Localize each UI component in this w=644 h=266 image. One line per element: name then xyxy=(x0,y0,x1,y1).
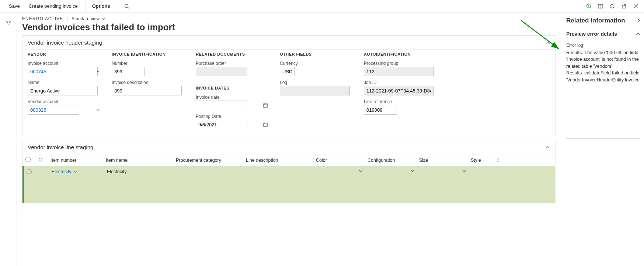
panel-icon xyxy=(598,3,603,9)
group-vendor: VENDOR xyxy=(28,52,101,56)
invoice-desc-field[interactable] xyxy=(112,86,182,95)
label-invoice-date: Invoice date xyxy=(196,95,269,100)
options-label: Options xyxy=(92,3,110,9)
line-grid: Item number Item name Procurement catego… xyxy=(22,154,555,203)
search-icon xyxy=(124,3,130,9)
label-name: Name xyxy=(28,80,101,85)
label-job-id: Job ID xyxy=(364,80,438,85)
breadcrumb-entity: ENERGO ACTIVE xyxy=(22,16,63,21)
header-staging-section: Vendor invoice header staging VENDOR Inv… xyxy=(22,35,556,136)
search-button[interactable] xyxy=(122,1,132,11)
create-pending-invoice-button[interactable]: Create pending invoice xyxy=(25,1,81,11)
select-all-radio[interactable] xyxy=(25,157,31,162)
name-field[interactable] xyxy=(28,86,98,95)
svg-point-2 xyxy=(125,4,128,7)
attachments-icon xyxy=(586,3,592,9)
save-button[interactable]: Save xyxy=(3,1,24,11)
column-menu-button[interactable] xyxy=(497,157,499,163)
table-row[interactable]: Electricity Electricity xyxy=(24,166,555,178)
preview-error-toggle[interactable]: Preview error details xyxy=(566,31,640,37)
close-icon xyxy=(633,3,639,9)
page-title: Vendor invoices that failed to import xyxy=(17,22,561,35)
svg-point-8 xyxy=(498,159,499,160)
label-currency: Currency xyxy=(280,61,354,66)
invoice-date-field[interactable] xyxy=(196,101,247,110)
chevron-up-icon xyxy=(546,145,550,150)
chevron-down-icon[interactable] xyxy=(73,170,77,174)
chevron-up-icon xyxy=(636,32,640,36)
col-item-number[interactable]: Item number xyxy=(48,158,103,163)
label-log: Log xyxy=(280,80,354,85)
side-divider xyxy=(566,90,640,90)
label-processing-group: Processing group xyxy=(364,61,438,66)
content-column: ENERGO ACTIVE | Standard view Vendor inv… xyxy=(17,13,561,266)
cell-item-number[interactable]: Electricity xyxy=(52,169,71,174)
invoice-account-field[interactable] xyxy=(28,67,98,76)
row-select-radio[interactable] xyxy=(27,169,32,174)
header-staging-toggle[interactable]: Vendor invoice header staging xyxy=(22,36,555,49)
filter-column xyxy=(0,13,17,266)
label-purchase-order: Purchase order xyxy=(196,61,269,66)
chevron-right-icon[interactable] xyxy=(637,18,640,23)
svg-point-9 xyxy=(498,161,499,162)
log-field xyxy=(280,86,350,95)
command-bar: Save Create pending invoice Options xyxy=(0,0,644,13)
view-selector[interactable]: Standard view xyxy=(72,16,105,21)
refresh-icon[interactable] xyxy=(38,157,43,162)
currency-field[interactable] xyxy=(280,67,295,76)
group-related-docs: RELATED DOCUMENTS xyxy=(196,52,269,56)
vendor-account-field[interactable] xyxy=(28,105,79,115)
label-vendor-account: Vendor account xyxy=(28,99,101,104)
calendar-icon xyxy=(263,122,268,127)
posting-date-field[interactable] xyxy=(196,120,247,129)
close-button[interactable] xyxy=(631,1,641,11)
label-line-ref: Line reference xyxy=(364,99,438,104)
save-label: Save xyxy=(9,3,20,9)
options-button[interactable]: Options xyxy=(85,1,114,11)
grid-body: Electricity Electricity xyxy=(22,166,555,203)
error-log-label: Error log xyxy=(566,43,640,48)
chevron-down-icon xyxy=(96,108,100,112)
svg-rect-3 xyxy=(598,4,603,8)
group-auto: AUTOIDENTIFICATION xyxy=(364,52,438,56)
col-config[interactable]: Configuration xyxy=(365,158,416,163)
col-style[interactable]: Style xyxy=(471,158,481,163)
svg-rect-5 xyxy=(264,104,268,108)
view-label: Standard view xyxy=(72,16,100,21)
chevron-up-icon xyxy=(546,41,550,45)
related-info-title: Related information xyxy=(566,17,625,24)
label-number: Number xyxy=(112,61,185,66)
error-log-text: Results. The value '000745' in field 'In… xyxy=(566,49,640,83)
number-field[interactable] xyxy=(112,67,145,76)
purchase-order-field xyxy=(196,67,247,76)
group-other: OTHER FIELDS xyxy=(280,52,354,56)
line-staging-section: Vendor invoice line staging Item number … xyxy=(22,140,556,203)
group-invoice-id: INVOICE IDENTIFICATION xyxy=(112,52,185,56)
chevron-down-icon[interactable] xyxy=(359,169,363,173)
col-line-desc[interactable]: Line description xyxy=(243,158,313,163)
refresh-button[interactable] xyxy=(607,1,617,11)
related-info-panel: Related information Preview error detail… xyxy=(561,13,644,266)
svg-rect-6 xyxy=(264,123,268,127)
processing-group-field xyxy=(364,67,434,76)
line-ref-field[interactable] xyxy=(364,105,397,115)
grid-header-row: Item number Item name Procurement catego… xyxy=(22,154,555,166)
breadcrumb-sep: | xyxy=(67,16,68,21)
chevron-down-icon[interactable] xyxy=(411,169,414,173)
related-info-toggle-button[interactable] xyxy=(595,1,606,11)
more-vertical-icon xyxy=(497,157,499,162)
col-proc-cat[interactable]: Procurement category xyxy=(173,158,243,163)
popout-button[interactable] xyxy=(619,1,629,11)
col-size[interactable]: Size xyxy=(416,158,468,163)
group-invoice-dates: INVOICE DATES xyxy=(196,86,269,90)
job-id-field xyxy=(364,86,434,95)
preview-error-title: Preview error details xyxy=(566,31,617,37)
col-color[interactable]: Color xyxy=(313,158,365,163)
filter-button[interactable] xyxy=(3,18,14,28)
calendar-icon xyxy=(263,103,268,108)
attachments-button[interactable] xyxy=(584,1,594,11)
svg-point-7 xyxy=(498,157,499,158)
line-staging-toggle[interactable]: Vendor invoice line staging xyxy=(22,140,555,154)
col-item-name[interactable]: Item name xyxy=(103,158,173,163)
chevron-down-icon[interactable] xyxy=(462,169,466,173)
